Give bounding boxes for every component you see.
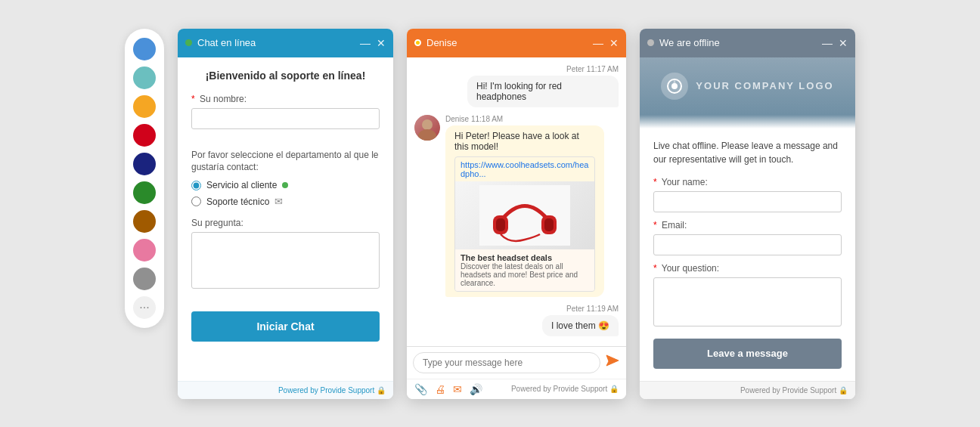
svg-rect-4 xyxy=(496,218,505,231)
window1-titlebar: Chat en línea — ✕ xyxy=(178,29,393,57)
radio-soporte-input[interactable] xyxy=(191,196,201,206)
link-url: https://www.coolheadsets.com/headpho... xyxy=(455,157,594,181)
window1-name-input[interactable] xyxy=(191,108,380,129)
color-teal[interactable] xyxy=(133,67,156,89)
audio-icon[interactable]: 🔊 xyxy=(470,383,482,395)
window-denise: Denise — ✕ Peter 11:17 AM Hi! I'm lookin… xyxy=(407,29,626,399)
message-peter-2: Peter 11:19 AM I love them 😍 xyxy=(414,305,619,336)
more-button[interactable]: ··· xyxy=(133,296,156,319)
message-peter-1: Peter 11:17 AM Hi! I'm looking for red h… xyxy=(414,65,619,107)
window3-close[interactable]: ✕ xyxy=(839,37,848,49)
window3-controls: — ✕ xyxy=(822,37,848,49)
msg-sender-time-peter-2: Peter 11:19 AM xyxy=(566,305,619,313)
window1-question-textarea[interactable] xyxy=(191,232,380,289)
send-button[interactable] xyxy=(605,354,620,371)
radio-servicio[interactable]: Servicio al cliente xyxy=(191,180,380,190)
chat-messages: Peter 11:17 AM Hi! I'm looking for red h… xyxy=(407,57,626,346)
window2-titlebar: Denise — ✕ xyxy=(407,29,626,57)
offline-email-input[interactable] xyxy=(653,234,842,255)
wave-divider xyxy=(640,115,855,128)
message-denise-1: Denise 11:18 AM Hi Peter! Please have a … xyxy=(414,115,619,297)
radio-soporte[interactable]: Soporte técnico ✉ xyxy=(191,196,380,207)
color-blue[interactable] xyxy=(133,38,156,60)
window1-powered: Powered by Provide Support 🔒 xyxy=(178,381,393,399)
window1-welcome: ¡Bienvenido al soporte en línea! xyxy=(191,70,380,82)
offline-name-group: * Your name: xyxy=(653,177,842,220)
window1-name-label: * Su nombre: xyxy=(191,94,380,104)
logo-circle xyxy=(661,73,688,100)
color-green[interactable] xyxy=(133,181,156,204)
window1-dept-label: Por favor seleccione el departamento al … xyxy=(191,149,380,175)
mail-icon: ✉ xyxy=(274,196,283,207)
window1-question-group: Su pregunta: xyxy=(191,218,380,292)
color-pink[interactable] xyxy=(133,239,156,261)
svg-point-1 xyxy=(418,129,436,141)
window1-body: ¡Bienvenido al soporte en línea! * Su no… xyxy=(178,57,393,381)
window1-question-label: Su pregunta: xyxy=(191,218,380,228)
offline-question-label: * Your question: xyxy=(653,263,842,274)
window1-name-group: * Su nombre: xyxy=(191,94,380,138)
window-chat-en-linea: Chat en línea — ✕ ¡Bienvenido al soporte… xyxy=(178,29,393,399)
window1-dept-group: Por favor seleccione el departamento al … xyxy=(191,149,380,208)
attach-icon[interactable]: 📎 xyxy=(414,383,427,395)
svg-point-0 xyxy=(422,119,433,130)
msg-bubble-denise: Hi Peter! Please have a look at this mod… xyxy=(445,125,604,297)
leave-message-button[interactable]: Leave a message xyxy=(653,339,842,369)
window1-close[interactable]: ✕ xyxy=(377,37,386,49)
msg-bubble-peter-2: I love them 😍 xyxy=(542,315,619,336)
window3-body: Live chat offline. Please leave a messag… xyxy=(640,128,855,381)
agent-avatar xyxy=(414,115,440,141)
window3-title: We are offline xyxy=(659,37,822,48)
logo-text: YOUR COMPANY LOGO xyxy=(696,80,833,91)
offline-question-textarea[interactable] xyxy=(653,277,842,326)
required-star-offline-question: * xyxy=(653,263,657,274)
offline-email-label: * Email: xyxy=(653,220,842,231)
start-chat-button[interactable]: Iniciar Chat xyxy=(191,311,380,342)
window2-close[interactable]: ✕ xyxy=(609,37,619,49)
window2-minimize[interactable]: — xyxy=(593,37,603,49)
window1-controls: — ✕ xyxy=(360,37,386,49)
toolbar-icons: 📎 🖨 ✉ 🔊 xyxy=(414,383,482,395)
denise-msg-content: Denise 11:18 AM Hi Peter! Please have a … xyxy=(445,115,604,297)
required-star-offline-email: * xyxy=(653,220,657,231)
color-orange[interactable] xyxy=(133,95,156,118)
offline-name-input[interactable] xyxy=(653,191,842,212)
radio-servicio-input[interactable] xyxy=(191,181,201,190)
link-preview[interactable]: https://www.coolheadsets.com/headpho... xyxy=(454,156,595,292)
window2-controls: — ✕ xyxy=(593,37,619,49)
color-navy[interactable] xyxy=(133,153,156,175)
link-title: The best headset deals xyxy=(461,253,589,262)
svg-rect-2 xyxy=(479,185,570,246)
window1-minimize[interactable]: — xyxy=(360,37,371,49)
window2-status-dot xyxy=(414,39,421,46)
color-brown[interactable] xyxy=(133,210,156,233)
window3-powered: Powered by Provide Support 🔒 xyxy=(640,381,855,399)
window3-titlebar: We are offline — ✕ xyxy=(640,29,855,57)
chat-input-bar xyxy=(407,346,626,379)
sidebar: ··· xyxy=(125,29,164,328)
window-offline: We are offline — ✕ YOUR COMPANY LOGO Liv… xyxy=(640,29,855,399)
link-footer: The best headset deals Discover the late… xyxy=(455,249,594,291)
offline-message: Live chat offline. Please leave a messag… xyxy=(653,139,842,166)
link-image xyxy=(455,181,594,249)
svg-rect-6 xyxy=(544,218,554,231)
color-gray[interactable] xyxy=(133,268,156,290)
offline-name-label: * Your name: xyxy=(653,177,842,187)
required-star-name: * xyxy=(191,94,195,104)
required-star-offline-name: * xyxy=(653,177,657,187)
color-red[interactable] xyxy=(133,124,156,147)
window2-title: Denise xyxy=(426,37,593,48)
servicio-status-dot xyxy=(282,182,288,188)
msg-sender-time-denise: Denise 11:18 AM xyxy=(445,115,604,123)
offline-question-group: * Your question: xyxy=(653,263,842,339)
email-icon[interactable]: ✉ xyxy=(453,383,462,395)
link-desc: Discover the latest deals on all headset… xyxy=(461,262,589,287)
offline-logo-area: YOUR COMPANY LOGO xyxy=(640,57,855,115)
msg-bubble-peter-1: Hi! I'm looking for red headphones xyxy=(467,76,619,107)
chat-input[interactable] xyxy=(413,352,600,373)
offline-email-group: * Email: xyxy=(653,220,842,263)
window3-status-dot xyxy=(647,39,654,46)
main-container: ··· Chat en línea — ✕ ¡Bienvenido al sop… xyxy=(0,14,980,414)
window3-minimize[interactable]: — xyxy=(822,37,833,49)
print-icon[interactable]: 🖨 xyxy=(435,383,445,395)
